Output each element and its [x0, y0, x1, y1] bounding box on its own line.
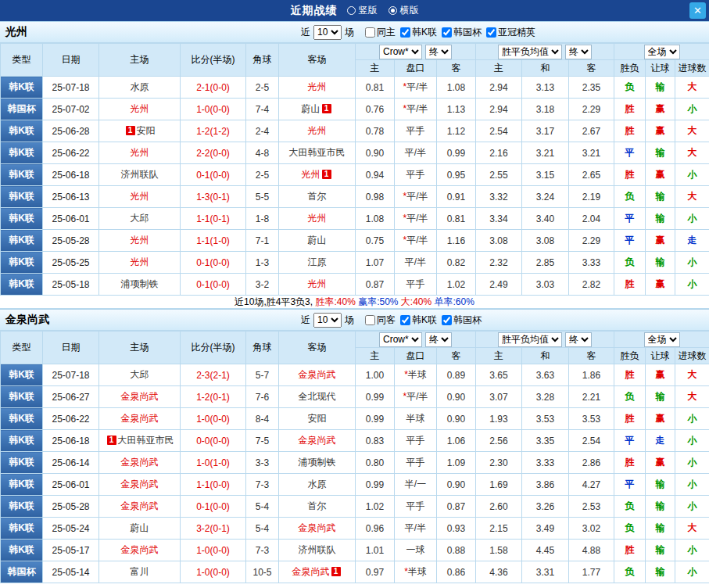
- match-row: 韩K联25-06-14金泉尚武1-0(1-0)3-3浦项制铁0.80平手1.09…: [1, 452, 709, 474]
- match-date: 25-07-18: [43, 364, 99, 386]
- europe-final-select[interactable]: 终: [565, 45, 592, 59]
- match-date: 25-05-17: [43, 540, 99, 561]
- home-team: 光州: [99, 230, 181, 252]
- odds-home: 0.94: [356, 164, 395, 186]
- games-label: 场: [345, 314, 354, 327]
- europe-source-select[interactable]: 胜平负均值: [498, 45, 562, 59]
- corners: 5-7: [246, 364, 279, 386]
- euro-home: 2.16: [476, 142, 522, 164]
- close-icon: ✕: [693, 5, 702, 16]
- result-wdl: 胜: [614, 274, 646, 296]
- score: 0-1(0-0): [181, 274, 246, 296]
- odds-away: 1.08: [437, 77, 476, 99]
- handicap: *半球: [395, 561, 437, 583]
- euro-away: 2.35: [569, 77, 614, 99]
- handicap: 半/一: [395, 474, 437, 496]
- filter-checkbox[interactable]: 韩K联: [400, 26, 437, 39]
- red-card-badge: 1: [322, 170, 331, 179]
- euro-home: 3.32: [476, 186, 522, 208]
- euro-away: 3.33: [569, 252, 614, 274]
- handicap: 平/半: [395, 252, 437, 274]
- filter-checkbox[interactable]: 同主: [365, 26, 396, 39]
- corners: 8-4: [246, 408, 279, 430]
- team-name: 安阳: [137, 125, 156, 136]
- away-team: 水原: [279, 474, 356, 496]
- match-count-select[interactable]: 10: [313, 25, 342, 40]
- odds-source-select[interactable]: Crow*: [379, 45, 422, 59]
- match-count-select[interactable]: 10: [313, 313, 342, 328]
- odds-home: 0.99: [356, 386, 395, 408]
- scope-select[interactable]: 全场: [644, 45, 680, 59]
- result-wdl: 胜: [614, 408, 646, 430]
- away-team: 江原: [279, 252, 356, 274]
- filter-checkbox[interactable]: 韩K联: [400, 314, 437, 327]
- euro-home: 3.07: [476, 386, 522, 408]
- score: 1-2(0-1): [181, 386, 246, 408]
- corners: 2-4: [246, 120, 279, 142]
- team-name: 光州: [308, 213, 327, 224]
- euro-draw: 3.63: [522, 364, 569, 386]
- home-team: 大邱: [99, 208, 181, 230]
- radio-label-horizontal: 横版: [400, 4, 419, 17]
- view-option-vertical[interactable]: 竖版: [347, 4, 378, 17]
- odds-home: 0.78: [356, 120, 395, 142]
- close-button[interactable]: ✕: [689, 2, 706, 19]
- radio-unselected-icon[interactable]: [347, 6, 356, 15]
- match-date: 25-05-24: [43, 518, 99, 540]
- result-goals: 小: [675, 208, 709, 230]
- europe-source-select[interactable]: 胜平负均值: [498, 332, 562, 347]
- odds-away: 1.09: [437, 452, 476, 474]
- euro-away: 4.27: [569, 474, 614, 496]
- europe-group-header: 胜平负均值终: [476, 332, 614, 348]
- result-wdl: 胜: [614, 99, 646, 120]
- europe-final-select[interactable]: 终: [565, 332, 592, 347]
- odds-source-select[interactable]: Crow*: [379, 332, 422, 347]
- col-header-odds-away: 客: [437, 60, 476, 77]
- handicap: 平手: [395, 496, 437, 518]
- filter-checkbox[interactable]: 同客: [365, 314, 396, 327]
- league-type: 韩K联: [1, 230, 43, 252]
- result-handicap: 赢: [646, 408, 675, 430]
- filter-checkbox[interactable]: 韩国杯: [442, 314, 482, 327]
- handicap-star: *: [404, 369, 408, 380]
- checkbox-input[interactable]: [400, 315, 410, 325]
- home-team: 蔚山: [99, 518, 181, 540]
- recent-matches-table: 类型 日期 主场 比分(半场) 角球 客场 Crow*终 胜平负均值终 全场 主…: [0, 331, 709, 583]
- team-name: 金泉尚武: [299, 522, 336, 533]
- match-row: 韩K联25-06-22光州2-2(0-0)4-8大田韩亚市民0.90平/半0.9…: [1, 142, 709, 164]
- away-team: 首尔: [279, 496, 356, 518]
- checkbox-input[interactable]: [442, 315, 452, 325]
- handicap: 平手: [395, 274, 437, 296]
- team-name: 济州联队: [121, 169, 159, 180]
- corners: 4-8: [246, 142, 279, 164]
- euro-away: 2.29: [569, 230, 614, 252]
- odds-final-select[interactable]: 终: [425, 332, 452, 347]
- result-goals: 大: [675, 77, 709, 99]
- checkbox-input[interactable]: [486, 27, 496, 38]
- result-goals: 小: [675, 496, 709, 518]
- home-team: 水原: [99, 77, 181, 99]
- match-date: 25-05-14: [43, 561, 99, 583]
- checkbox-input[interactable]: [365, 27, 375, 38]
- score: 0-1(0-0): [181, 496, 246, 518]
- result-wdl: 负: [614, 518, 646, 540]
- scope-select[interactable]: 全场: [644, 332, 680, 347]
- radio-selected-icon[interactable]: [389, 6, 397, 15]
- checkbox-input[interactable]: [365, 315, 375, 325]
- view-option-horizontal[interactable]: 横版: [389, 4, 419, 17]
- filter-checkbox[interactable]: 亚冠精英: [486, 26, 535, 39]
- checkbox-input[interactable]: [442, 27, 452, 38]
- checkbox-input[interactable]: [400, 27, 410, 38]
- handicap-star: *: [403, 235, 406, 246]
- result-handicap: 赢: [646, 164, 675, 186]
- odds-final-select[interactable]: 终: [425, 45, 452, 59]
- away-team: 光州: [279, 77, 356, 99]
- euro-draw: 3.24: [522, 186, 569, 208]
- home-team: 富川: [99, 561, 181, 583]
- corners: 3-3: [246, 452, 279, 474]
- odds-home: 0.97: [356, 561, 395, 583]
- team-name: 金泉尚武: [292, 566, 330, 577]
- score: 1-1(1-0): [181, 230, 246, 252]
- result-handicap: 输: [646, 518, 675, 540]
- filter-checkbox[interactable]: 韩国杯: [442, 26, 482, 39]
